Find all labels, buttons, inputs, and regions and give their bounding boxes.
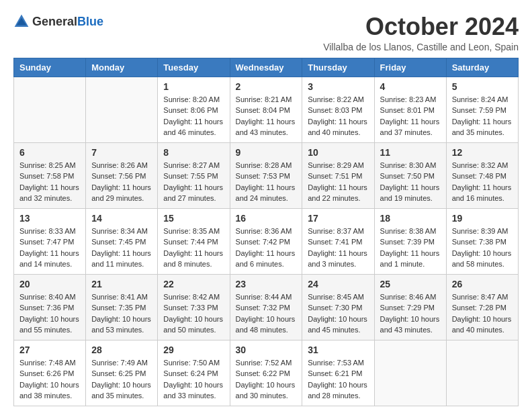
day-number: 20 — [19, 279, 80, 289]
calendar-cell: 22Sunrise: 8:42 AM Sunset: 7:33 PM Dayli… — [158, 274, 230, 340]
day-info: Sunrise: 7:48 AM Sunset: 6:26 PM Dayligh… — [19, 357, 80, 402]
day-info: Sunrise: 8:20 AM Sunset: 8:06 PM Dayligh… — [163, 94, 224, 138]
day-info: Sunrise: 7:49 AM Sunset: 6:25 PM Dayligh… — [91, 357, 152, 402]
calendar-cell: 27Sunrise: 7:48 AM Sunset: 6:26 PM Dayli… — [14, 340, 86, 406]
day-info: Sunrise: 8:24 AM Sunset: 7:59 PM Dayligh… — [452, 94, 513, 138]
day-number: 24 — [308, 279, 368, 289]
calendar-cell: 9Sunrise: 8:28 AM Sunset: 7:53 PM Daylig… — [230, 142, 302, 208]
calendar-cell — [14, 77, 86, 142]
day-info: Sunrise: 8:30 AM Sunset: 7:50 PM Dayligh… — [380, 160, 441, 204]
calendar-cell: 23Sunrise: 8:44 AM Sunset: 7:32 PM Dayli… — [230, 274, 302, 340]
day-info: Sunrise: 8:29 AM Sunset: 7:51 PM Dayligh… — [308, 160, 368, 204]
day-info: Sunrise: 7:52 AM Sunset: 6:22 PM Dayligh… — [236, 357, 297, 402]
day-info: Sunrise: 8:46 AM Sunset: 7:29 PM Dayligh… — [380, 291, 441, 336]
day-number: 11 — [380, 147, 441, 158]
column-header-saturday: Saturday — [446, 58, 518, 77]
day-number: 30 — [236, 345, 297, 355]
calendar-cell: 26Sunrise: 8:47 AM Sunset: 7:28 PM Dayli… — [446, 274, 518, 340]
calendar-cell: 31Sunrise: 7:53 AM Sunset: 6:21 PM Dayli… — [302, 340, 374, 406]
calendar-cell: 6Sunrise: 8:25 AM Sunset: 7:58 PM Daylig… — [14, 142, 86, 208]
day-number: 18 — [380, 213, 441, 224]
day-info: Sunrise: 8:32 AM Sunset: 7:48 PM Dayligh… — [452, 160, 513, 204]
calendar-cell: 15Sunrise: 8:35 AM Sunset: 7:44 PM Dayli… — [158, 208, 230, 274]
day-number: 13 — [19, 213, 80, 224]
day-info: Sunrise: 7:50 AM Sunset: 6:24 PM Dayligh… — [163, 357, 224, 402]
calendar-cell: 8Sunrise: 8:27 AM Sunset: 7:55 PM Daylig… — [158, 142, 230, 208]
calendar-cell: 19Sunrise: 8:39 AM Sunset: 7:38 PM Dayli… — [446, 208, 518, 274]
calendar-table: SundayMondayTuesdayWednesdayThursdayFrid… — [13, 58, 519, 406]
calendar-cell: 30Sunrise: 7:52 AM Sunset: 6:22 PM Dayli… — [230, 340, 302, 406]
day-number: 15 — [163, 213, 224, 224]
title-section: October 2024 Villalba de los Llanos, Cas… — [323, 13, 519, 52]
logo-text-general: General — [32, 15, 77, 28]
calendar-cell: 10Sunrise: 8:29 AM Sunset: 7:51 PM Dayli… — [302, 142, 374, 208]
day-number: 28 — [91, 345, 152, 355]
day-info: Sunrise: 8:25 AM Sunset: 7:58 PM Dayligh… — [19, 160, 80, 204]
day-info: Sunrise: 8:26 AM Sunset: 7:56 PM Dayligh… — [91, 160, 152, 204]
column-header-wednesday: Wednesday — [230, 58, 302, 77]
day-info: Sunrise: 8:38 AM Sunset: 7:39 PM Dayligh… — [380, 226, 441, 270]
day-number: 31 — [308, 345, 368, 355]
calendar-cell: 13Sunrise: 8:33 AM Sunset: 7:47 PM Dayli… — [14, 208, 86, 274]
day-info: Sunrise: 8:42 AM Sunset: 7:33 PM Dayligh… — [163, 291, 224, 336]
calendar-cell: 25Sunrise: 8:46 AM Sunset: 7:29 PM Dayli… — [374, 274, 446, 340]
column-header-friday: Friday — [374, 58, 446, 77]
day-info: Sunrise: 8:35 AM Sunset: 7:44 PM Dayligh… — [163, 226, 224, 270]
location-title: Villalba de los Llanos, Castille and Leo… — [323, 42, 519, 52]
day-number: 7 — [91, 147, 152, 158]
day-info: Sunrise: 8:28 AM Sunset: 7:53 PM Dayligh… — [236, 160, 297, 204]
day-info: Sunrise: 8:41 AM Sunset: 7:35 PM Dayligh… — [91, 291, 152, 336]
logo-text-blue: Blue — [77, 15, 103, 28]
calendar-cell: 12Sunrise: 8:32 AM Sunset: 7:48 PM Dayli… — [446, 142, 518, 208]
day-info: Sunrise: 8:45 AM Sunset: 7:30 PM Dayligh… — [308, 291, 368, 336]
day-number: 5 — [452, 81, 513, 92]
day-number: 23 — [236, 279, 297, 289]
column-header-monday: Monday — [86, 58, 158, 77]
calendar-cell: 29Sunrise: 7:50 AM Sunset: 6:24 PM Dayli… — [158, 340, 230, 406]
day-info: Sunrise: 8:37 AM Sunset: 7:41 PM Dayligh… — [308, 226, 368, 270]
calendar-cell: 17Sunrise: 8:37 AM Sunset: 7:41 PM Dayli… — [302, 208, 374, 274]
day-number: 17 — [308, 213, 368, 224]
day-info: Sunrise: 8:22 AM Sunset: 8:03 PM Dayligh… — [308, 94, 368, 138]
day-number: 8 — [163, 147, 224, 158]
day-info: Sunrise: 8:27 AM Sunset: 7:55 PM Dayligh… — [163, 160, 224, 204]
calendar-cell: 14Sunrise: 8:34 AM Sunset: 7:45 PM Dayli… — [86, 208, 158, 274]
day-info: Sunrise: 8:34 AM Sunset: 7:45 PM Dayligh… — [91, 226, 152, 270]
logo: GeneralBlue — [13, 13, 103, 30]
day-number: 3 — [308, 81, 368, 92]
calendar-cell: 1Sunrise: 8:20 AM Sunset: 8:06 PM Daylig… — [158, 77, 230, 142]
calendar-week-row: 6Sunrise: 8:25 AM Sunset: 7:58 PM Daylig… — [14, 142, 519, 208]
logo-icon — [13, 13, 30, 30]
page-header: GeneralBlue October 2024 Villalba de los… — [13, 13, 519, 52]
calendar-cell: 11Sunrise: 8:30 AM Sunset: 7:50 PM Dayli… — [374, 142, 446, 208]
day-number: 19 — [452, 213, 513, 224]
day-number: 14 — [91, 213, 152, 224]
calendar-week-row: 27Sunrise: 7:48 AM Sunset: 6:26 PM Dayli… — [14, 340, 519, 406]
day-number: 9 — [236, 147, 297, 158]
calendar-cell — [446, 340, 518, 406]
day-number: 25 — [380, 279, 441, 289]
day-info: Sunrise: 8:47 AM Sunset: 7:28 PM Dayligh… — [452, 291, 513, 336]
calendar-cell: 28Sunrise: 7:49 AM Sunset: 6:25 PM Dayli… — [86, 340, 158, 406]
day-info: Sunrise: 8:44 AM Sunset: 7:32 PM Dayligh… — [236, 291, 297, 336]
day-info: Sunrise: 8:21 AM Sunset: 8:04 PM Dayligh… — [236, 94, 297, 138]
day-number: 27 — [19, 345, 80, 355]
calendar-cell: 3Sunrise: 8:22 AM Sunset: 8:03 PM Daylig… — [302, 77, 374, 142]
day-info: Sunrise: 8:40 AM Sunset: 7:36 PM Dayligh… — [19, 291, 80, 336]
calendar-week-row: 13Sunrise: 8:33 AM Sunset: 7:47 PM Dayli… — [14, 208, 519, 274]
day-info: Sunrise: 8:23 AM Sunset: 8:01 PM Dayligh… — [380, 94, 441, 138]
day-number: 4 — [380, 81, 441, 92]
calendar-cell — [86, 77, 158, 142]
column-header-sunday: Sunday — [14, 58, 86, 77]
day-number: 26 — [452, 279, 513, 289]
calendar-cell: 4Sunrise: 8:23 AM Sunset: 8:01 PM Daylig… — [374, 77, 446, 142]
day-info: Sunrise: 8:36 AM Sunset: 7:42 PM Dayligh… — [236, 226, 297, 270]
day-number: 12 — [452, 147, 513, 158]
day-number: 2 — [236, 81, 297, 92]
calendar-cell: 18Sunrise: 8:38 AM Sunset: 7:39 PM Dayli… — [374, 208, 446, 274]
calendar-cell — [374, 340, 446, 406]
column-header-thursday: Thursday — [302, 58, 374, 77]
calendar-cell: 20Sunrise: 8:40 AM Sunset: 7:36 PM Dayli… — [14, 274, 86, 340]
day-number: 6 — [19, 147, 80, 158]
calendar-cell: 5Sunrise: 8:24 AM Sunset: 7:59 PM Daylig… — [446, 77, 518, 142]
